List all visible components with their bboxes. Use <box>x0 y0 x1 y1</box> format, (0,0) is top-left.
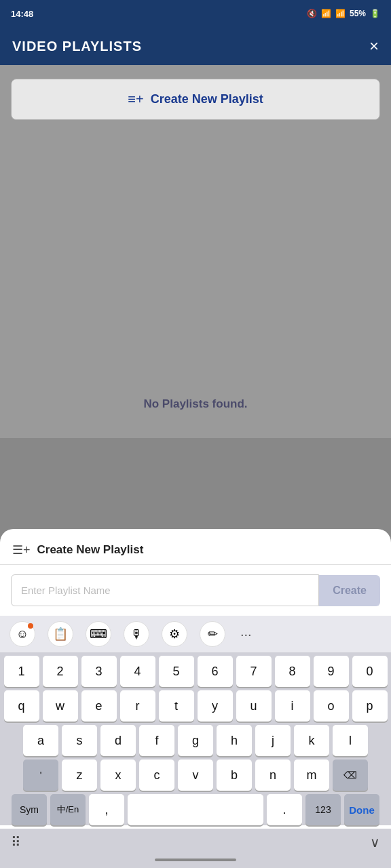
home-bar <box>155 859 236 861</box>
create-button[interactable]: Create <box>319 575 380 606</box>
clipboard-button[interactable]: 📋 <box>48 621 73 647</box>
status-left: 14:48 <box>11 9 33 19</box>
key-x[interactable]: x <box>100 760 136 791</box>
backspace-key[interactable]: ⌫ <box>333 760 368 791</box>
keyboard-collapse-icon[interactable]: ∨ <box>370 834 380 850</box>
lang-key[interactable]: 中/En <box>50 794 86 825</box>
key-k[interactable]: k <box>294 725 329 756</box>
mic-icon: 🎙 <box>130 627 143 642</box>
settings-button[interactable]: ⚙ <box>162 621 187 647</box>
create-playlist-icon: ≡+ <box>128 92 143 107</box>
more-button[interactable]: ··· <box>240 627 252 642</box>
pen-button[interactable]: ✏ <box>200 621 225 647</box>
key-7[interactable]: 7 <box>236 656 272 687</box>
key-j[interactable]: j <box>255 725 291 756</box>
create-playlist-button-main[interactable]: ≡+ Create New Playlist <box>11 79 380 120</box>
mic-button[interactable]: 🎙 <box>124 621 149 647</box>
input-row: Create <box>0 565 391 616</box>
key-u[interactable]: u <box>236 690 272 722</box>
pen-icon: ✏ <box>208 627 218 642</box>
status-right: 🔇 📶 📶 55% 🔋 <box>307 9 380 18</box>
key-w[interactable]: w <box>43 690 78 722</box>
key-3[interactable]: 3 <box>81 656 117 687</box>
key-m[interactable]: m <box>294 760 329 791</box>
key-apostrophe[interactable]: ' <box>23 760 58 791</box>
time-display: 14:48 <box>11 9 33 19</box>
key-f[interactable]: f <box>139 725 174 756</box>
key-a[interactable]: a <box>23 725 58 756</box>
key-n[interactable]: n <box>255 760 291 791</box>
keyboard-switch-icon: ⌨ <box>90 627 107 642</box>
key-e[interactable]: e <box>81 690 117 722</box>
asdf-row: a s d f g h j k l <box>3 725 388 756</box>
clipboard-icon: 📋 <box>53 627 68 642</box>
bottom-sheet: ☰+ Create New Playlist Create ☺ 📋 ⌨ 🎙 ⚙ … <box>0 529 391 868</box>
battery-icon: 🔋 <box>370 9 380 18</box>
space-key[interactable] <box>128 794 263 825</box>
status-bar: 14:48 🔇 📶 📶 55% 🔋 <box>0 0 391 27</box>
settings-icon: ⚙ <box>169 627 180 642</box>
keyboard-toolbar: ☺ 📋 ⌨ 🎙 ⚙ ✏ ··· <box>0 616 391 653</box>
key-v[interactable]: v <box>178 760 213 791</box>
key-2[interactable]: 2 <box>43 656 78 687</box>
qwerty-row: q w e r t y u i o p <box>3 690 388 722</box>
emoji-dot <box>28 623 33 629</box>
key-1[interactable]: 1 <box>4 656 39 687</box>
emoji-button[interactable]: ☺ <box>10 621 35 647</box>
key-9[interactable]: 9 <box>314 656 349 687</box>
wifi-icon: 📶 <box>321 9 331 18</box>
done-key[interactable]: Done <box>344 794 379 825</box>
keyboard-switch-button[interactable]: ⌨ <box>86 621 111 647</box>
create-playlist-label: Create New Playlist <box>151 92 263 106</box>
key-4[interactable]: 4 <box>120 656 155 687</box>
key-6[interactable]: 6 <box>198 656 233 687</box>
key-r[interactable]: r <box>120 690 155 722</box>
key-z[interactable]: z <box>62 760 97 791</box>
comma-key[interactable]: , <box>89 794 124 825</box>
period-key[interactable]: . <box>267 794 302 825</box>
close-button[interactable]: × <box>369 38 379 54</box>
key-l[interactable]: l <box>333 725 368 756</box>
battery-level: 55% <box>350 9 366 18</box>
no-playlists-text: No Playlists found. <box>143 397 247 411</box>
key-i[interactable]: i <box>275 690 310 722</box>
home-indicator <box>0 854 391 868</box>
key-d[interactable]: d <box>100 725 136 756</box>
zxcv-row: ' z x c v b n m ⌫ <box>3 760 388 791</box>
key-t[interactable]: t <box>159 690 194 722</box>
title-bar: VIDEO PLAYLISTS × <box>0 27 391 65</box>
emoji-icon: ☺ <box>16 627 29 642</box>
bottom-row: Sym 中/En , . 123 Done <box>3 794 388 825</box>
sheet-title: Create New Playlist <box>37 543 144 557</box>
key-p[interactable]: p <box>352 690 388 722</box>
key-o[interactable]: o <box>314 690 349 722</box>
sym-key[interactable]: Sym <box>12 794 47 825</box>
playlist-name-input[interactable] <box>11 574 319 606</box>
key-c[interactable]: c <box>139 760 174 791</box>
key-g[interactable]: g <box>178 725 213 756</box>
key-q[interactable]: q <box>4 690 39 722</box>
key-0[interactable]: 0 <box>352 656 388 687</box>
signal-icon: 📶 <box>335 9 346 18</box>
key-y[interactable]: y <box>198 690 233 722</box>
key-8[interactable]: 8 <box>275 656 310 687</box>
sheet-header: ☰+ Create New Playlist <box>0 529 391 565</box>
key-5[interactable]: 5 <box>159 656 194 687</box>
key-h[interactable]: h <box>217 725 252 756</box>
main-content: ≡+ Create New Playlist No Playlists foun… <box>0 65 391 438</box>
keyboard-grid-icon[interactable]: ⠿ <box>11 834 21 850</box>
num-key[interactable]: 123 <box>305 794 341 825</box>
keyboard: 1 2 3 4 5 6 7 8 9 0 q w e r t y u i o p … <box>0 653 391 825</box>
mute-icon: 🔇 <box>307 9 317 18</box>
sheet-header-icon: ☰+ <box>12 542 31 557</box>
keyboard-bottom-bar: ⠿ ∨ <box>0 829 391 854</box>
page-title: VIDEO PLAYLISTS <box>12 39 142 54</box>
key-b[interactable]: b <box>217 760 252 791</box>
key-s[interactable]: s <box>62 725 97 756</box>
number-row: 1 2 3 4 5 6 7 8 9 0 <box>3 656 388 687</box>
